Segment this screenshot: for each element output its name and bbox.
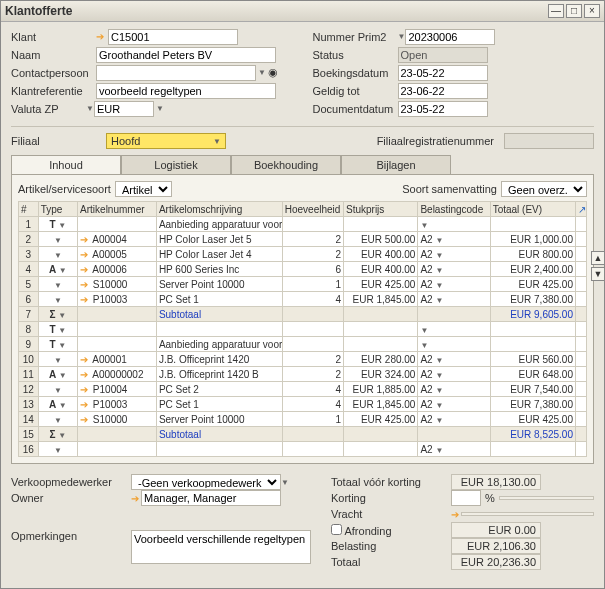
soort-samenvatting-select[interactable]: Geen overz.: [501, 181, 587, 197]
maximize-button[interactable]: □: [566, 4, 582, 18]
cell-artoms[interactable]: [156, 442, 282, 457]
cell-hoev[interactable]: 4: [282, 292, 343, 307]
table-row[interactable]: 12 ▼➔ P10004PC Set 24EUR 1,885.00A2 ▼EUR…: [19, 382, 587, 397]
link-arrow-icon[interactable]: ➔: [451, 509, 459, 520]
cell-tot[interactable]: EUR 560.00: [490, 352, 575, 367]
cell-tot[interactable]: EUR 425.00: [490, 277, 575, 292]
cell-stuk[interactable]: EUR 1,845.00: [344, 397, 418, 412]
documentdatum-field[interactable]: [398, 101, 488, 117]
verkoop-select[interactable]: -Geen verkoopmedewerker-: [131, 474, 281, 490]
cell-artnum[interactable]: ➔ A00000002: [78, 367, 157, 382]
afronding-checkbox[interactable]: [331, 524, 342, 535]
cell-artoms[interactable]: [156, 322, 282, 337]
col-artoms[interactable]: Artikelomschrijving: [156, 202, 282, 217]
cell-bel[interactable]: ▼: [418, 217, 490, 232]
cell-bel[interactable]: A2 ▼: [418, 442, 490, 457]
cell-hoev[interactable]: 2: [282, 367, 343, 382]
chevron-down-icon[interactable]: ▼: [156, 104, 164, 113]
cell-tot[interactable]: EUR 2,400.00: [490, 262, 575, 277]
geldig-tot-field[interactable]: [398, 83, 488, 99]
cell-artnum[interactable]: ➔ P10003: [78, 292, 157, 307]
filiaal-select[interactable]: Hoofd▼: [106, 133, 226, 149]
cell-artnum[interactable]: [78, 217, 157, 232]
cell-type[interactable]: ▼: [38, 382, 77, 397]
cell-stuk[interactable]: [344, 322, 418, 337]
chevron-down-icon[interactable]: ▼: [258, 68, 266, 77]
col-hoev[interactable]: Hoeveelheid: [282, 202, 343, 217]
klantref-field[interactable]: [96, 83, 276, 99]
table-row[interactable]: 4A ▼➔ A00006HP 600 Series Inc6EUR 400.00…: [19, 262, 587, 277]
lines-grid[interactable]: # Type Artikelnummer Artikelomschrijving…: [18, 201, 587, 457]
cell-stuk[interactable]: EUR 400.00: [344, 262, 418, 277]
cell-type[interactable]: A ▼: [38, 262, 77, 277]
cell-artnum[interactable]: ➔ S10000: [78, 277, 157, 292]
cell-artoms[interactable]: Aanbieding apparatuur voor locatie B: [156, 337, 282, 352]
cell-stuk[interactable]: EUR 500.00: [344, 232, 418, 247]
cell-hoev[interactable]: 6: [282, 262, 343, 277]
naam-field[interactable]: [96, 47, 276, 63]
col-bel[interactable]: Belastingcode: [418, 202, 490, 217]
klant-field[interactable]: [108, 29, 238, 45]
cell-stuk[interactable]: EUR 425.00: [344, 277, 418, 292]
cell-artoms[interactable]: HP 600 Series Inc: [156, 262, 282, 277]
cell-type[interactable]: ▼: [38, 292, 77, 307]
cell-tot[interactable]: [490, 337, 575, 352]
cell-type[interactable]: T ▼: [38, 337, 77, 352]
col-expand[interactable]: ↗: [575, 202, 586, 217]
cell-artoms[interactable]: HP Color Laser Jet 4: [156, 247, 282, 262]
cell-bel[interactable]: ▼: [418, 322, 490, 337]
cell-artnum[interactable]: ➔ S10000: [78, 412, 157, 427]
cell-artnum[interactable]: ➔ A00005: [78, 247, 157, 262]
link-arrow-icon[interactable]: ➔: [80, 369, 88, 380]
row-up-button[interactable]: ▲: [591, 251, 605, 265]
table-row[interactable]: 1T ▼Aanbieding apparatuur voor locatie A…: [19, 217, 587, 232]
cell-artoms[interactable]: Server Point 10000: [156, 277, 282, 292]
link-arrow-icon[interactable]: ➔: [80, 399, 88, 410]
link-arrow-icon[interactable]: ➔: [80, 249, 88, 260]
cell-artnum[interactable]: ➔ A00006: [78, 262, 157, 277]
tab-inhoud[interactable]: Inhoud: [11, 155, 121, 174]
cell-bel[interactable]: A2 ▼: [418, 232, 490, 247]
cell-artoms[interactable]: HP Color Laser Jet 5: [156, 232, 282, 247]
cell-stuk[interactable]: EUR 1,885.00: [344, 382, 418, 397]
cell-artnum[interactable]: ➔ P10004: [78, 382, 157, 397]
link-arrow-icon[interactable]: ➔: [80, 354, 88, 365]
table-row[interactable]: 6 ▼➔ P10003PC Set 14EUR 1,845.00A2 ▼EUR …: [19, 292, 587, 307]
tab-boekhouding[interactable]: Boekhouding: [231, 155, 341, 174]
cell-artoms[interactable]: PC Set 2: [156, 382, 282, 397]
table-row[interactable]: 10 ▼➔ A00001J.B. Officeprint 14202EUR 28…: [19, 352, 587, 367]
cell-bel[interactable]: A2 ▼: [418, 277, 490, 292]
contact-details-icon[interactable]: ◉: [268, 66, 278, 79]
cell-stuk[interactable]: EUR 1,845.00: [344, 292, 418, 307]
table-row[interactable]: 9T ▼Aanbieding apparatuur voor locatie B…: [19, 337, 587, 352]
cell-tot[interactable]: EUR 800.00: [490, 247, 575, 262]
link-arrow-icon[interactable]: ➔: [80, 414, 88, 425]
cell-hoev[interactable]: 1: [282, 412, 343, 427]
cell-type[interactable]: ▼: [38, 232, 77, 247]
korting-pct-field[interactable]: [451, 490, 481, 506]
cell-stuk[interactable]: EUR 280.00: [344, 352, 418, 367]
cell-stuk[interactable]: [344, 337, 418, 352]
cell-hoev[interactable]: 1: [282, 277, 343, 292]
link-arrow-icon[interactable]: ➔: [131, 493, 139, 504]
link-arrow-icon[interactable]: ➔: [80, 384, 88, 395]
cell-bel[interactable]: A2 ▼: [418, 367, 490, 382]
table-row[interactable]: 16 ▼A2 ▼: [19, 442, 587, 457]
cell-hoev[interactable]: [282, 322, 343, 337]
cell-hoev[interactable]: 2: [282, 352, 343, 367]
cell-hoev[interactable]: 2: [282, 247, 343, 262]
table-row[interactable]: 15Σ ▼SubtotaalEUR 8,525.00: [19, 427, 587, 442]
cell-artoms[interactable]: PC Set 1: [156, 292, 282, 307]
chevron-down-icon[interactable]: ▼: [86, 104, 94, 113]
tab-bijlagen[interactable]: Bijlagen: [341, 155, 451, 174]
cell-tot[interactable]: EUR 425.00: [490, 412, 575, 427]
artikel-service-select[interactable]: Artikel: [115, 181, 172, 197]
cell-hoev[interactable]: [282, 337, 343, 352]
cell-artnum[interactable]: [78, 337, 157, 352]
link-arrow-icon[interactable]: ➔: [80, 234, 88, 245]
chevron-down-icon[interactable]: ▼: [398, 32, 406, 41]
cell-type[interactable]: ▼: [38, 352, 77, 367]
row-down-button[interactable]: ▼: [591, 267, 605, 281]
link-arrow-icon[interactable]: ➔: [80, 294, 88, 305]
cell-artnum[interactable]: [78, 322, 157, 337]
